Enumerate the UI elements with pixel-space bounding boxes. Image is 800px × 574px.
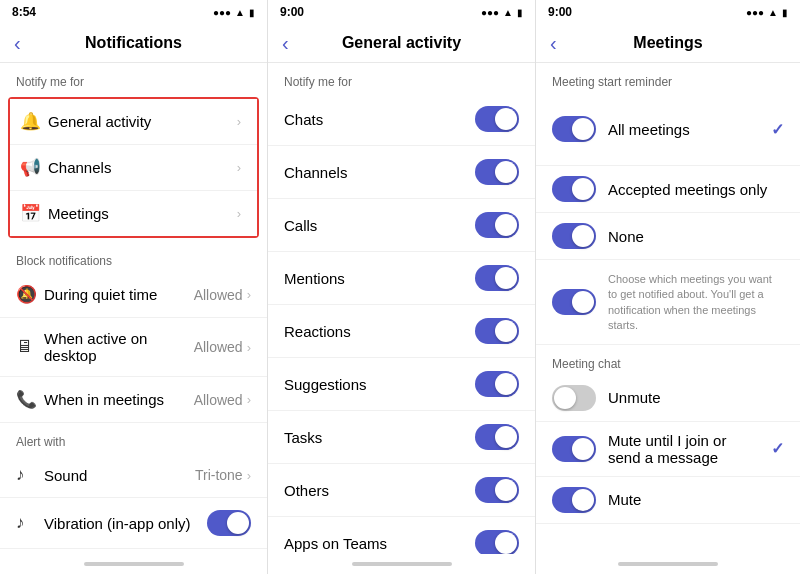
list-item-reactions[interactable]: Reactions [268,305,535,358]
chevron-icon: › [237,114,241,129]
section-header-notify-p2: Notify me for [268,63,535,93]
in-meetings-label: When in meetings [44,391,194,408]
suggestions-label: Suggestions [284,376,367,393]
status-icons-1: ●●● ▲ ▮ [213,7,255,18]
nav-bar-1: ‹ Notifications [0,24,267,63]
wifi-icon: ▲ [768,7,778,18]
unmute-toggle[interactable] [552,385,596,411]
battery-icon: ▮ [249,7,255,18]
note-text: Choose which meetings you want to get no… [608,272,784,334]
battery-icon: ▮ [517,7,523,18]
list-item-mentions[interactable]: Mentions [268,252,535,305]
time-2: 9:00 [280,5,304,19]
quiet-time-label: During quiet time [44,286,194,303]
back-button-3[interactable]: ‹ [550,32,557,55]
list-item-note: Choose which meetings you want to get no… [536,260,800,345]
list-item-calls[interactable]: Calls [268,199,535,252]
status-icons-2: ●●● ▲ ▮ [481,7,523,18]
all-meetings-label: All meetings [608,121,771,138]
all-meetings-toggle[interactable] [552,116,596,142]
list-item-none[interactable]: None [536,213,800,260]
back-button-2[interactable]: ‹ [282,32,289,55]
list-item-mute-until[interactable]: Mute until I join or send a message ✓ [536,422,800,477]
list-item-vibration[interactable]: ♪ Vibration (in-app only) [0,498,267,549]
general-activity-panel: 9:00 ●●● ▲ ▮ ‹ General activity Notify m… [268,0,536,574]
tasks-toggle[interactable] [475,424,519,450]
list-item-accepted-meetings[interactable]: Accepted meetings only [536,166,800,213]
list-item-channels-p2[interactable]: Channels [268,146,535,199]
meetings-label: Meetings [48,205,237,222]
list-item-desktop[interactable]: 🖥 When active on desktop Allowed › [0,318,267,377]
signal-icon: ●●● [746,7,764,18]
in-meetings-value: Allowed [194,392,243,408]
others-toggle[interactable] [475,477,519,503]
nav-bar-3: ‹ Meetings [536,24,800,63]
battery-icon: ▮ [782,7,788,18]
mute-until-check: ✓ [771,439,784,458]
back-button-1[interactable]: ‹ [14,32,21,55]
nav-bar-2: ‹ General activity [268,24,535,63]
all-meetings-check: ✓ [771,120,784,139]
chevron-icon: › [247,392,251,407]
list-item-apps-on-teams[interactable]: Apps on Teams [268,517,535,554]
list-item-in-meetings[interactable]: 📞 When in meetings Allowed › [0,377,267,423]
list-item-quiet-time[interactable]: 🔕 During quiet time Allowed › [0,272,267,318]
list-item-mute[interactable]: Mute [536,477,800,524]
apps-toggle[interactable] [475,530,519,554]
others-label: Others [284,482,329,499]
channels-label: Channels [48,159,237,176]
note-toggle[interactable] [552,289,596,315]
list-item-tasks[interactable]: Tasks [268,411,535,464]
chevron-icon: › [237,206,241,221]
time-3: 9:00 [548,5,572,19]
vibration-toggle[interactable] [207,510,251,536]
bell-icon: 🔔 [20,111,48,132]
time-1: 8:54 [12,5,36,19]
mentions-toggle[interactable] [475,265,519,291]
page-title-1: Notifications [85,34,182,52]
status-bar-1: 8:54 ●●● ▲ ▮ [0,0,267,24]
reactions-label: Reactions [284,323,351,340]
reactions-toggle[interactable] [475,318,519,344]
sound-value: Tri-tone [195,467,243,483]
section-header-block: Block notifications [0,242,267,272]
apps-on-teams-label: Apps on Teams [284,535,387,552]
unmute-label: Unmute [608,389,784,406]
list-item-channels[interactable]: 📢 Channels › [10,145,257,191]
list-item-unmute[interactable]: Unmute [536,375,800,422]
meetings-panel: 9:00 ●●● ▲ ▮ ‹ Meetings Meeting start re… [536,0,800,574]
calls-toggle[interactable] [475,212,519,238]
mute-until-label: Mute until I join or send a message [608,432,759,466]
mute-until-toggle[interactable] [552,436,596,462]
chevron-icon: › [247,468,251,483]
list-item-sound[interactable]: ♪ Sound Tri-tone › [0,453,267,498]
phone-icon: 📞 [16,389,44,410]
suggestions-toggle[interactable] [475,371,519,397]
highlight-box: 🔔 General activity › 📢 Channels › 📅 Meet… [8,97,259,238]
desktop-icon: 🖥 [16,337,44,357]
list-item-all-meetings[interactable]: All meetings ✓ [536,93,800,166]
list-item-suggestions[interactable]: Suggestions [268,358,535,411]
calls-label: Calls [284,217,317,234]
general-activity-label: General activity [48,113,237,130]
chevron-icon: › [247,287,251,302]
page-title-2: General activity [342,34,461,52]
signal-icon: ●●● [213,7,231,18]
channels-toggle[interactable] [475,159,519,185]
mute-toggle[interactable] [552,487,596,513]
accepted-meetings-label: Accepted meetings only [608,181,784,198]
accepted-meetings-toggle[interactable] [552,176,596,202]
vibration-label: Vibration (in-app only) [44,515,207,532]
none-toggle[interactable] [552,223,596,249]
chats-toggle[interactable] [475,106,519,132]
list-item-chats[interactable]: Chats [268,93,535,146]
list-item-general-activity[interactable]: 🔔 General activity › [10,99,257,145]
notifications-panel: 8:54 ●●● ▲ ▮ ‹ Notifications Notify me f… [0,0,268,574]
channels-p2-label: Channels [284,164,347,181]
list-item-meetings[interactable]: 📅 Meetings › [10,191,257,236]
section-header-notify: Notify me for [0,63,267,93]
list-item-others[interactable]: Others [268,464,535,517]
signal-icon: ●●● [481,7,499,18]
mentions-label: Mentions [284,270,345,287]
page-title-3: Meetings [633,34,702,52]
